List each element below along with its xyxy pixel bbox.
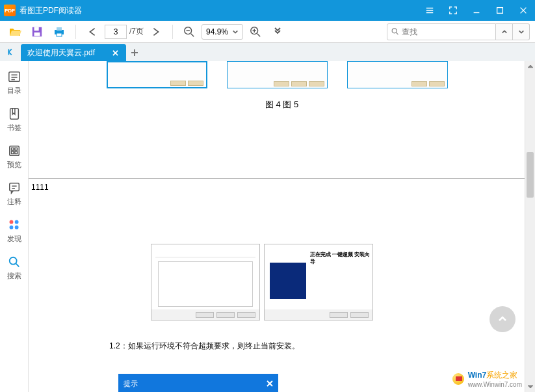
tab-label: 欢迎使用天翼云.pdf <box>27 47 95 59</box>
annotation-icon <box>8 181 21 194</box>
svg-rect-6 <box>57 33 62 36</box>
open-file-button[interactable] <box>5 22 25 42</box>
watermark-logo <box>451 372 465 386</box>
tab-history-back[interactable] <box>0 43 21 61</box>
svg-rect-0 <box>497 8 503 14</box>
workspace: 目录 书签 预览 注释 发现 搜索 <box>0 61 535 392</box>
svg-point-20 <box>9 226 13 229</box>
maximize-button[interactable] <box>488 0 512 21</box>
vertical-scrollbar[interactable] <box>525 61 535 392</box>
close-icon <box>267 380 273 387</box>
chevron-up-icon <box>497 314 508 324</box>
separator <box>172 25 173 39</box>
sidebar-item-annotations[interactable]: 注释 <box>0 176 29 213</box>
sidebar-item-discover[interactable]: 发现 <box>0 213 29 250</box>
sidebar-item-label: 目录 <box>7 86 21 96</box>
svg-rect-14 <box>14 148 17 150</box>
sidebar: 目录 书签 预览 注释 发现 搜索 <box>0 61 29 392</box>
chevron-down-icon <box>232 29 239 35</box>
sidebar-item-label: 预览 <box>7 160 21 170</box>
figure-caption: 图 4 图 5 <box>29 99 535 111</box>
svg-point-18 <box>9 220 13 224</box>
fullscreen-button[interactable] <box>441 0 465 21</box>
embedded-screenshot: 正在完成 一键超频 安装向导 <box>264 244 373 320</box>
body-text: 1.2：如果运行环境不符合超频要求，则终止当前安装。 <box>109 341 300 352</box>
svg-rect-3 <box>34 32 40 35</box>
new-tab-button[interactable] <box>126 44 143 61</box>
search-icon <box>8 255 21 268</box>
app-title: 看图王PDF阅读器 <box>20 5 418 16</box>
close-window-button[interactable] <box>512 0 535 21</box>
svg-point-9 <box>392 29 397 33</box>
search-icon <box>391 27 399 36</box>
svg-point-19 <box>14 220 18 224</box>
search-box[interactable] <box>387 23 496 40</box>
svg-point-22 <box>9 257 16 265</box>
scroll-to-top-button[interactable] <box>489 306 515 332</box>
embedded-dialog-titlebar: 提示 <box>118 374 278 392</box>
scroll-down-button[interactable] <box>525 382 535 392</box>
search-input[interactable] <box>402 27 491 36</box>
bookmark-icon <box>8 107 21 120</box>
more-tools-button[interactable] <box>268 22 287 42</box>
separator <box>75 25 76 39</box>
sidebar-item-label: 发现 <box>7 234 21 244</box>
search-next-button[interactable] <box>513 23 530 40</box>
prev-page-button[interactable] <box>83 22 102 42</box>
embedded-screenshot <box>107 61 207 88</box>
document-viewer: 图 4 图 5 1111 正在完成 一键超频 安装向导 <box>29 61 535 392</box>
embedded-screenshot <box>227 61 328 88</box>
sidebar-item-thumbnails[interactable]: 预览 <box>0 139 29 176</box>
zoom-out-button[interactable] <box>179 22 199 42</box>
embedded-screenshot <box>347 61 448 88</box>
scroll-up-button[interactable] <box>525 61 535 72</box>
zoom-value: 94.9% <box>206 27 228 36</box>
tab-close-button[interactable] <box>111 48 120 57</box>
sidebar-item-label: 搜索 <box>7 271 21 281</box>
svg-rect-2 <box>34 27 39 30</box>
sidebar-item-outline[interactable]: 目录 <box>0 65 29 102</box>
app-logo: PDF <box>4 5 16 16</box>
viewer-scroll[interactable]: 图 4 图 5 1111 正在完成 一键超频 安装向导 <box>29 61 535 392</box>
list-icon <box>8 70 21 83</box>
svg-rect-5 <box>57 27 62 31</box>
menu-button[interactable] <box>418 0 441 21</box>
svg-rect-15 <box>11 151 14 154</box>
watermark: Win7系统之家 www.Winwin7.com <box>451 370 522 388</box>
embedded-screenshot <box>151 244 260 320</box>
save-button[interactable] <box>27 22 47 42</box>
page-number-input[interactable] <box>105 25 127 39</box>
title-bar: PDF 看图王PDF阅读器 <box>0 0 535 21</box>
sidebar-item-search[interactable]: 搜索 <box>0 250 29 287</box>
pdf-page: 图 4 图 5 <box>29 61 535 178</box>
sidebar-item-label: 书签 <box>7 123 21 133</box>
minimize-button[interactable] <box>465 0 488 21</box>
main-toolbar: /7页 94.9% <box>0 21 535 43</box>
print-button[interactable] <box>49 22 69 42</box>
svg-point-21 <box>14 226 18 229</box>
svg-rect-17 <box>9 183 19 191</box>
svg-rect-13 <box>11 148 14 150</box>
sidebar-item-bookmarks[interactable]: 书签 <box>0 102 29 139</box>
zoom-in-button[interactable] <box>246 22 265 42</box>
next-page-button[interactable] <box>146 22 166 42</box>
thumbnails-icon <box>8 144 21 157</box>
apps-icon <box>8 218 21 231</box>
svg-rect-16 <box>14 151 17 154</box>
page-total-label: /7页 <box>129 26 144 37</box>
pdf-page: 1111 正在完成 一键超频 安装向导 1.2：如果运行环境不符合超频要求，则终… <box>29 179 535 392</box>
sidebar-item-label: 注释 <box>7 197 21 207</box>
scrollbar-thumb[interactable] <box>527 152 534 198</box>
zoom-dropdown[interactable]: 94.9% <box>202 24 243 40</box>
document-tab[interactable]: 欢迎使用天翼云.pdf <box>21 44 126 61</box>
search-prev-button[interactable] <box>496 23 513 40</box>
page-header-text: 1111 <box>31 183 535 192</box>
tab-strip: 欢迎使用天翼云.pdf <box>0 43 535 61</box>
